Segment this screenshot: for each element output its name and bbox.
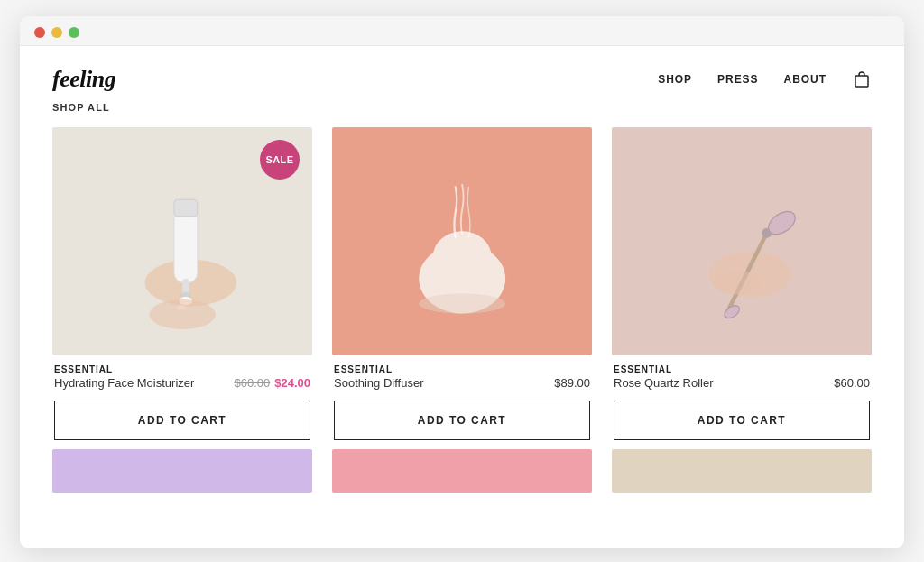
product-card-diffuser: ESSENTIAL Soothing Diffuser $89.00 ADD T… — [332, 127, 592, 446]
original-price-moisturizer: $60.00 — [234, 376, 270, 390]
site-logo: feeling — [52, 66, 116, 93]
title-bar — [20, 16, 904, 46]
product-name-roller: Rose Quartz Roller — [614, 376, 714, 390]
svg-point-17 — [713, 272, 762, 295]
product-name-price-moisturizer: Hydrating Face Moisturizer $60.00$24.00 — [54, 376, 310, 390]
main-nav: SHOP PRESS ABOUT — [658, 69, 872, 89]
sale-badge: SALE — [260, 140, 300, 180]
nav-about[interactable]: ABOUT — [784, 73, 827, 86]
product-price-moisturizer: $60.00$24.00 — [234, 376, 310, 390]
product-card-roller: ESSENTIAL Rose Quartz Roller $60.00 ADD … — [612, 127, 872, 446]
svg-point-11 — [419, 294, 505, 314]
product-name-price-diffuser: Soothing Diffuser $89.00 — [334, 376, 590, 390]
add-to-cart-diffuser[interactable]: ADD TO CART — [334, 401, 590, 440]
product-image-bg-diffuser — [332, 127, 592, 355]
nav-press[interactable]: PRESS — [717, 73, 758, 86]
svg-rect-2 — [174, 208, 198, 283]
product-image-roller — [612, 127, 872, 355]
product-grid: SALE ESSENTIAL Hydrating Face Moisturize… — [52, 127, 872, 446]
svg-rect-0 — [855, 76, 868, 87]
product-image-diffuser — [332, 127, 592, 355]
minimize-dot[interactable] — [51, 27, 62, 38]
product-meta-roller: ESSENTIAL Rose Quartz Roller $60.00 ADD … — [612, 364, 872, 446]
svg-rect-3 — [174, 200, 198, 217]
product-card-moisturizer: SALE ESSENTIAL Hydrating Face Moisturize… — [52, 127, 312, 446]
svg-point-10 — [433, 232, 492, 281]
close-dot[interactable] — [34, 27, 45, 38]
section-label: SHOP ALL — [52, 102, 872, 113]
svg-point-8 — [149, 299, 216, 329]
page-content: feeling SHOP PRESS ABOUT SHOP ALL — [20, 46, 904, 493]
svg-point-16 — [722, 303, 741, 321]
app-window: feeling SHOP PRESS ABOUT SHOP ALL — [20, 16, 904, 548]
bottom-row-thumbs — [52, 449, 872, 493]
product-image-bg-roller — [612, 127, 872, 355]
product-category-moisturizer: ESSENTIAL — [54, 364, 310, 374]
product-meta-diffuser: ESSENTIAL Soothing Diffuser $89.00 ADD T… — [332, 364, 592, 446]
product-meta-moisturizer: ESSENTIAL Hydrating Face Moisturizer $60… — [52, 364, 312, 446]
maximize-dot[interactable] — [69, 27, 79, 38]
product-category-roller: ESSENTIAL — [614, 364, 870, 374]
product-price-diffuser: $89.00 — [554, 376, 590, 390]
add-to-cart-roller[interactable]: ADD TO CART — [614, 401, 870, 440]
add-to-cart-moisturizer[interactable]: ADD TO CART — [54, 401, 310, 440]
product-name-price-roller: Rose Quartz Roller $60.00 — [614, 376, 870, 390]
product-name-moisturizer: Hydrating Face Moisturizer — [54, 376, 194, 390]
bottom-thumb-beige — [612, 449, 872, 493]
bottom-thumb-lavender — [52, 449, 312, 493]
bottom-thumb-pink — [332, 449, 592, 493]
product-name-diffuser: Soothing Diffuser — [334, 376, 424, 390]
cart-icon[interactable] — [852, 69, 872, 89]
product-price-roller: $60.00 — [834, 376, 870, 390]
nav-shop[interactable]: SHOP — [658, 73, 692, 86]
sale-price-moisturizer: $24.00 — [274, 376, 310, 390]
site-header: feeling SHOP PRESS ABOUT — [52, 46, 872, 102]
product-category-diffuser: ESSENTIAL — [334, 364, 590, 374]
product-image-moisturizer: SALE — [52, 127, 312, 355]
